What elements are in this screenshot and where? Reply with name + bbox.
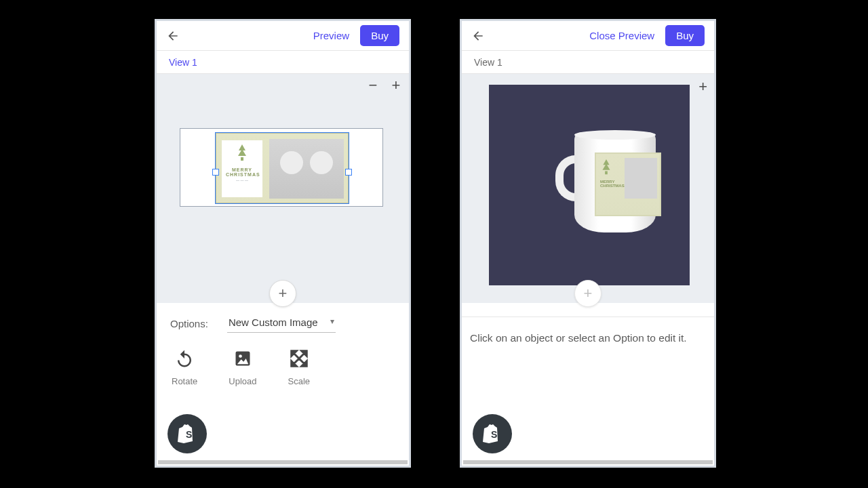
card-photo <box>269 139 344 199</box>
buy-button[interactable]: Buy <box>665 25 705 46</box>
rotate-tool[interactable]: Rotate <box>172 348 197 386</box>
mug-photo <box>625 158 657 199</box>
resize-handle-left[interactable] <box>212 169 219 176</box>
options-label: Options: <box>170 318 208 329</box>
arrow-left-icon <box>471 29 485 43</box>
scale-tool[interactable]: Scale <box>288 348 311 386</box>
editor-panel: Preview Buy View 1 − + MERRYCHRISTMAS — … <box>155 19 411 468</box>
scale-label: Scale <box>288 376 311 386</box>
tool-row: Rotate Upload Scale <box>157 338 409 389</box>
preview-topbar: Close Preview Buy <box>462 21 714 51</box>
card-text-block: MERRYCHRISTMAS — — — <box>222 140 262 197</box>
edit-hint: Click on an object or select an Option t… <box>462 317 714 359</box>
horizontal-scrollbar[interactable] <box>463 460 713 464</box>
tree-icon <box>237 144 248 162</box>
card-greeting: MERRYCHRISTMAS <box>226 167 258 177</box>
mug-text: MERRYCHRISTMAS <box>600 180 625 188</box>
buy-button[interactable]: Buy <box>360 25 399 46</box>
view-tabs: View 1 <box>462 51 714 74</box>
rotate-label: Rotate <box>172 376 197 386</box>
mug-mockup: MERRYCHRISTMAS <box>561 132 654 237</box>
resize-handle-right[interactable] <box>345 169 352 176</box>
shopify-badge[interactable]: S <box>473 414 512 453</box>
svg-point-1 <box>239 354 242 358</box>
close-preview-button[interactable]: Close Preview <box>585 27 658 44</box>
rotate-icon <box>174 348 195 369</box>
selected-design-image[interactable]: MERRYCHRISTMAS — — — <box>216 133 349 203</box>
svg-text:S: S <box>491 429 497 440</box>
zoom-out-button[interactable]: − <box>367 78 379 93</box>
add-element-button[interactable]: + <box>574 280 601 307</box>
zoom-controls: − + <box>367 78 402 93</box>
design-canvas[interactable]: − + MERRYCHRISTMAS — — — + <box>157 74 409 303</box>
upload-label: Upload <box>229 376 256 386</box>
back-button[interactable] <box>166 29 180 43</box>
zoom-in-button[interactable]: + <box>698 78 707 96</box>
editor-topbar: Preview Buy <box>157 21 409 51</box>
shopify-icon: S <box>177 423 197 445</box>
horizontal-scrollbar[interactable] <box>158 460 408 464</box>
shopify-badge[interactable]: S <box>167 414 207 453</box>
options-select[interactable]: New Custom Image <box>227 314 336 333</box>
image-icon <box>232 348 254 369</box>
upload-tool[interactable]: Upload <box>229 348 256 386</box>
scale-icon <box>288 348 310 369</box>
tab-view-1[interactable]: View 1 <box>474 57 502 68</box>
preview-button[interactable]: Preview <box>309 27 353 44</box>
card-subtext: — — — <box>226 178 258 182</box>
shopify-icon: S <box>482 423 502 445</box>
preview-canvas[interactable]: − + MERRYCHRISTMAS + <box>462 74 714 303</box>
view-tabs: View 1 <box>157 51 409 74</box>
options-row: Options: New Custom Image <box>157 303 409 338</box>
arrow-left-icon <box>166 29 180 43</box>
design-slot[interactable]: MERRYCHRISTMAS — — — <box>180 128 383 207</box>
svg-text:S: S <box>186 429 192 440</box>
zoom-in-button[interactable]: + <box>390 78 402 93</box>
mug-artwork: MERRYCHRISTMAS <box>595 152 661 216</box>
tree-icon <box>600 159 612 176</box>
back-button[interactable] <box>471 29 485 43</box>
preview-panel: Close Preview Buy View 1 − + MERRYCHRIST… <box>460 19 716 468</box>
add-element-button[interactable]: + <box>269 280 296 307</box>
mug-body: MERRYCHRISTMAS <box>574 132 656 232</box>
tab-view-1[interactable]: View 1 <box>169 57 197 68</box>
preview-stage: MERRYCHRISTMAS <box>489 85 690 285</box>
